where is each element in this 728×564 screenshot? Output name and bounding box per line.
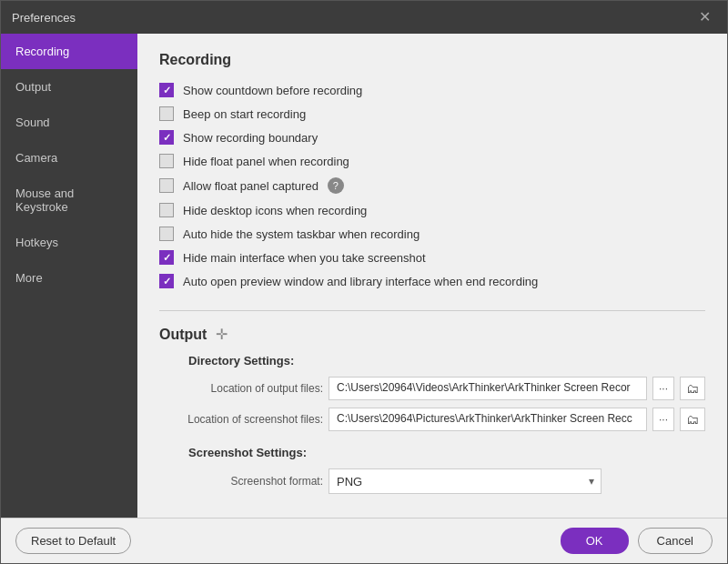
recording-checkboxes: Show countdown before recording Beep on … [159, 83, 705, 288]
sidebar-item-more[interactable]: More [1, 260, 137, 296]
checkbox-row-4: Hide float panel when recording [159, 154, 705, 168]
checkbox-auto-open-preview[interactable] [159, 274, 174, 288]
checkbox-label-3: Show recording boundary [183, 131, 318, 145]
checkbox-row-8: Hide main interface when you take screen… [159, 250, 705, 265]
checkbox-row-5: Allow float panel captured ? [159, 177, 705, 194]
format-label: Screenshot format: [159, 475, 323, 488]
checkbox-label-8: Hide main interface when you take screen… [183, 251, 426, 265]
sidebar-item-recording[interactable]: Recording [1, 34, 137, 69]
close-button[interactable]: ✕ [693, 8, 716, 26]
checkbox-hide-main-interface[interactable] [159, 250, 174, 265]
checkbox-row-7: Auto hide the system taskbar when record… [159, 227, 705, 241]
checkbox-row-1: Show countdown before recording [159, 83, 705, 97]
screenshot-files-dots-button[interactable]: ··· [652, 408, 674, 431]
screenshot-files-label: Location of screenshot files: [159, 413, 323, 426]
checkbox-label-5: Allow float panel captured [183, 179, 318, 193]
reset-button[interactable]: Reset to Default [15, 528, 131, 554]
output-section: Output ✛ Directory Settings: Location of… [159, 326, 705, 494]
checkbox-row-2: Beep on start recording [159, 106, 705, 121]
help-icon[interactable]: ? [328, 177, 344, 194]
checkbox-hide-float-panel[interactable] [159, 154, 174, 168]
sidebar-item-mouse-keystroke[interactable]: Mouse and Keystroke [1, 176, 137, 225]
title-bar: Preferences ✕ [1, 1, 727, 34]
sidebar-item-output[interactable]: Output [1, 69, 137, 105]
window-title: Preferences [12, 11, 76, 25]
checkbox-row-3: Show recording boundary [159, 130, 705, 145]
checkbox-show-countdown[interactable] [159, 83, 174, 97]
sidebar-item-camera[interactable]: Camera [1, 140, 137, 176]
sidebar-item-sound[interactable]: Sound [1, 105, 137, 140]
output-files-dots-button[interactable]: ··· [652, 377, 674, 400]
output-header: Output ✛ [159, 326, 705, 343]
screenshot-files-folder-button[interactable]: 🗂 [680, 408, 705, 431]
format-select[interactable]: PNG JPG BMP GIF [329, 468, 602, 494]
screenshot-files-path[interactable]: C:\Users\20964\Pictures\ArkThinker\ArkTh… [329, 408, 647, 431]
dir-settings-title: Directory Settings: [188, 354, 705, 368]
checkbox-allow-float[interactable] [159, 178, 174, 193]
checkbox-beep-start[interactable] [159, 106, 174, 121]
checkbox-label-9: Auto open preview window and library int… [183, 275, 538, 288]
output-files-row: Location of output files: C:\Users\20964… [159, 377, 705, 400]
output-section-title: Output [159, 327, 207, 343]
format-select-wrapper: PNG JPG BMP GIF ▾ [329, 468, 602, 494]
output-files-folder-button[interactable]: 🗂 [680, 377, 705, 400]
footer: Reset to Default OK Cancel [1, 518, 727, 563]
ok-button[interactable]: OK [561, 528, 629, 554]
format-row: Screenshot format: PNG JPG BMP GIF ▾ [159, 468, 705, 494]
output-files-label: Location of output files: [159, 382, 323, 395]
section-divider [159, 310, 705, 311]
checkbox-row-6: Hide desktop icons when recording [159, 203, 705, 217]
screenshot-files-row: Location of screenshot files: C:\Users\2… [159, 408, 705, 431]
checkbox-label-4: Hide float panel when recording [183, 155, 349, 168]
footer-right: OK Cancel [561, 528, 713, 554]
main-layout: Recording Output Sound Camera Mouse and … [1, 34, 727, 518]
checkbox-show-boundary[interactable] [159, 130, 174, 145]
move-icon: ✛ [216, 326, 228, 343]
checkbox-label-7: Auto hide the system taskbar when record… [183, 227, 420, 241]
output-files-path[interactable]: C:\Users\20964\Videos\ArkThinker\ArkThin… [329, 377, 647, 400]
checkbox-hide-desktop-icons[interactable] [159, 203, 174, 217]
cancel-button[interactable]: Cancel [638, 528, 713, 554]
checkbox-auto-hide-taskbar[interactable] [159, 227, 174, 241]
recording-section-title: Recording [159, 52, 705, 68]
preferences-window: Preferences ✕ Recording Output Sound Cam… [0, 0, 728, 564]
sidebar: Recording Output Sound Camera Mouse and … [1, 34, 137, 518]
checkbox-label-2: Beep on start recording [183, 107, 306, 121]
checkbox-label-1: Show countdown before recording [183, 84, 362, 97]
sidebar-item-hotkeys[interactable]: Hotkeys [1, 225, 137, 260]
checkbox-label-6: Hide desktop icons when recording [183, 204, 367, 217]
checkbox-row-9: Auto open preview window and library int… [159, 274, 705, 288]
screenshot-settings-title: Screenshot Settings: [188, 446, 705, 459]
content-area: Recording Show countdown before recordin… [137, 34, 727, 518]
